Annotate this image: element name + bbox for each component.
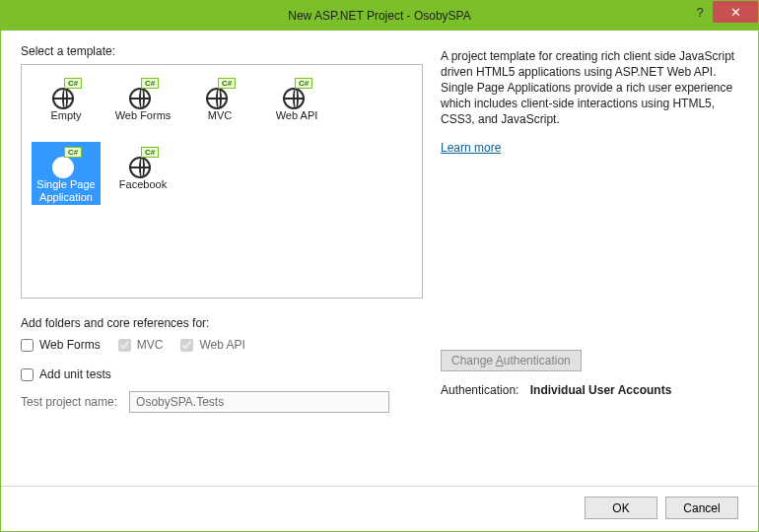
ref-webforms-label: Web Forms [39,338,101,352]
dialog-content: Select a template: C#Empty C#Web Forms C… [1,31,758,531]
window-controls: ? ✕ [687,1,758,23]
unit-tests-checkbox[interactable] [21,368,34,381]
template-label: Single Page Application [33,178,100,204]
test-project-name-label: Test project name: [21,395,117,409]
ref-mvc: MVC [118,338,164,352]
template-label: MVC [208,109,232,135]
csharp-tag-icon: C# [218,78,236,89]
ref-mvc-checkbox [118,339,131,352]
unit-tests[interactable]: Add unit tests [21,367,423,381]
help-icon: ? [696,5,703,20]
csharp-tag-icon: C# [64,147,82,158]
titlebar: New ASP.NET Project - OsobySPA ? ✕ [1,1,758,31]
template-spa[interactable]: C#Single Page Application [32,142,101,205]
globe-icon [129,88,151,109]
globe-icon [206,88,228,109]
authentication-line: Authentication: Individual User Accounts [441,383,738,397]
template-list: C#Empty C#Web Forms C#MVC C#Web API C#Si… [21,64,423,299]
dialog-footer: OK Cancel [1,486,758,531]
learn-more-link[interactable]: Learn more [441,141,738,155]
test-project-name-input [129,391,389,413]
cancel-button[interactable]: Cancel [665,497,738,519]
template-webapi[interactable]: C#Web API [262,73,331,136]
authentication-label: Authentication: [441,383,518,397]
csharp-tag-icon: C# [295,78,312,89]
ref-webforms[interactable]: Web Forms [21,338,101,352]
globe-icon [283,88,305,109]
csharp-tag-icon: C# [141,147,159,158]
authentication-value: Individual User Accounts [530,383,672,397]
ref-webapi: Web API [180,338,244,352]
help-button[interactable]: ? [687,1,713,23]
change-authentication-button: Change Authentication [441,350,582,371]
template-facebook[interactable]: C#Facebook [108,142,177,205]
left-pane: Select a template: C#Empty C#Web Forms C… [21,44,423,472]
template-webforms[interactable]: C#Web Forms [108,73,177,136]
ref-mvc-label: MVC [137,338,164,352]
dialog-window: New ASP.NET Project - OsobySPA ? ✕ Selec… [0,0,759,532]
csharp-tag-icon: C# [64,78,82,89]
template-label: Web API [276,109,318,135]
template-label: Web Forms [115,109,172,135]
right-pane: A project template for creating rich cli… [441,44,738,472]
template-label: Facebook [119,178,167,204]
template-label: Empty [50,109,81,135]
window-title: New ASP.NET Project - OsobySPA [1,9,758,23]
ref-webforms-checkbox[interactable] [21,339,34,352]
ref-webapi-label: Web API [199,338,244,352]
csharp-tag-icon: C# [141,78,159,89]
template-empty[interactable]: C#Empty [32,73,101,136]
ok-button[interactable]: OK [585,497,657,519]
globe-icon [129,157,151,178]
template-mvc[interactable]: C#MVC [185,73,254,136]
close-button[interactable]: ✕ [713,1,758,23]
unit-tests-label: Add unit tests [39,367,111,381]
globe-icon [52,88,74,109]
template-description: A project template for creating rich cli… [441,48,738,127]
select-template-label: Select a template: [21,44,423,58]
references-label: Add folders and core references for: [21,316,423,330]
ref-webapi-checkbox [180,339,193,352]
globe-icon [52,157,74,178]
close-icon: ✕ [730,5,741,20]
